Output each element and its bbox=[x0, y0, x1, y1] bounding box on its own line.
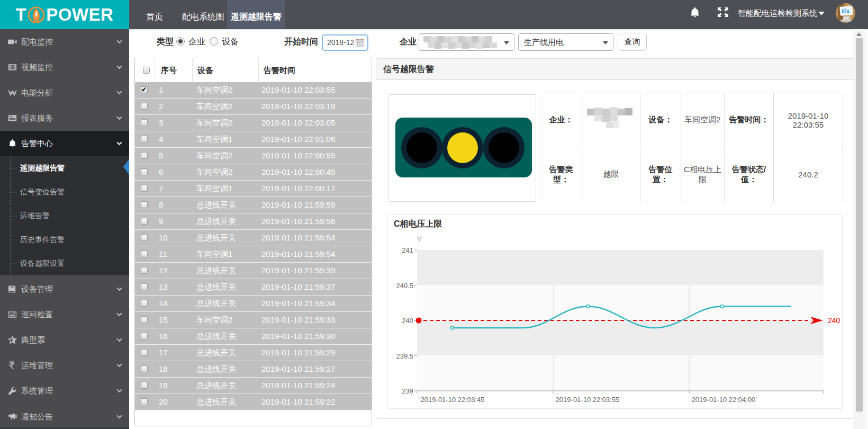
svg-text:241: 241 bbox=[402, 246, 413, 254]
svg-text:239: 239 bbox=[402, 387, 413, 395]
svg-text:239.5: 239.5 bbox=[396, 352, 413, 360]
svg-text:240: 240 bbox=[828, 316, 840, 325]
svg-text:V: V bbox=[417, 235, 422, 243]
svg-text:240.5: 240.5 bbox=[396, 282, 413, 290]
svg-text:2019-01-10 22:03:45: 2019-01-10 22:03:45 bbox=[421, 396, 485, 404]
svg-text:2019-01-10 22:03:55: 2019-01-10 22:03:55 bbox=[556, 396, 620, 404]
svg-text:240: 240 bbox=[402, 317, 413, 325]
svg-text:2019-01-10 22:04:00: 2019-01-10 22:04:00 bbox=[692, 396, 756, 404]
